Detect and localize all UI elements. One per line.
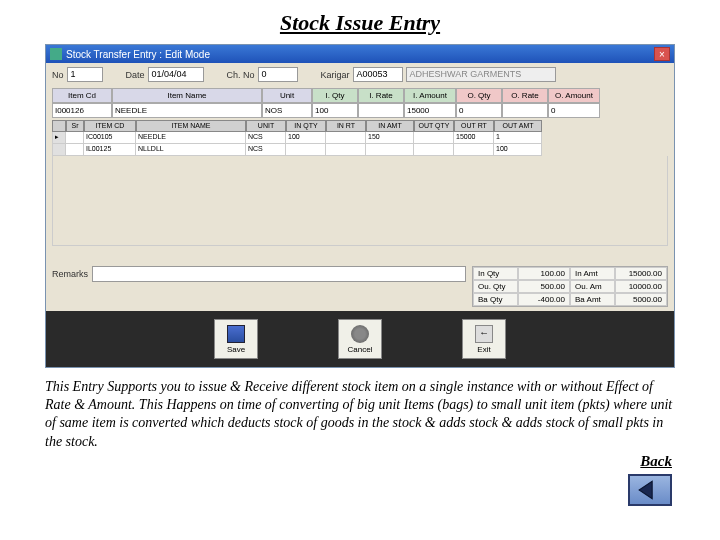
cancel-button[interactable]: Cancel [338, 319, 382, 359]
entry-iamt[interactable]: 15000 [404, 103, 456, 118]
button-bar: Save Cancel Exit [46, 311, 674, 367]
grid-row[interactable]: ▸ IC00105 NEEDLE NCS 100 150 15000 1 [52, 132, 668, 144]
gcol-code: ITEM CD [84, 120, 136, 132]
summary-area: Remarks In Qty 100.00 In Amt 15000.00 Ou… [52, 266, 668, 307]
cell-code[interactable]: IC00105 [84, 132, 136, 144]
cell-name[interactable]: NEEDLE [136, 132, 246, 144]
cell-ia[interactable]: 150 [366, 132, 414, 144]
gcol-sr: Sr [66, 120, 84, 132]
cell-or[interactable]: 15000 [454, 132, 494, 144]
ouqty-value: 500.00 [518, 280, 570, 293]
row-marker-icon: ▸ [52, 132, 66, 144]
cell-oq[interactable] [414, 144, 454, 156]
cell-code[interactable]: IL00125 [84, 144, 136, 156]
gcol-iq: IN QTY [286, 120, 326, 132]
cell-iq[interactable]: 100 [286, 132, 326, 144]
baqty-label: Ba Qty [473, 293, 518, 306]
app-icon [50, 48, 62, 60]
gcol-ia: IN AMT [366, 120, 414, 132]
cancel-icon [351, 325, 369, 343]
exit-button[interactable]: Exit [462, 319, 506, 359]
no-label: No [52, 70, 64, 80]
entry-orate[interactable] [502, 103, 548, 118]
ouqty-label: Ou. Qty [473, 280, 518, 293]
gcol-name: ITEM NAME [136, 120, 246, 132]
page-title: Stock Issue Entry [0, 10, 720, 36]
titlebar: Stock Transfer Entry : Edit Mode × [46, 45, 674, 63]
entry-iqty[interactable]: 100 [312, 103, 358, 118]
save-label: Save [227, 345, 245, 354]
cell-oa[interactable]: 100 [494, 144, 542, 156]
entry-oamt[interactable]: 0 [548, 103, 600, 118]
summary-table: In Qty 100.00 In Amt 15000.00 Ou. Qty 50… [472, 266, 668, 307]
row-marker-icon [52, 144, 66, 156]
col-orate: O. Rate [502, 88, 548, 103]
col-iamt: I. Amount [404, 88, 456, 103]
remarks-input[interactable] [92, 266, 466, 282]
gcol-unit: UNIT [246, 120, 286, 132]
inqty-value: 100.00 [518, 267, 570, 280]
window-title: Stock Transfer Entry : Edit Mode [66, 49, 210, 60]
cell-ir[interactable] [326, 132, 366, 144]
gcol-or: OUT RT [454, 120, 494, 132]
col-itemname: Item Name [112, 88, 262, 103]
cell-name[interactable]: NLLDLL [136, 144, 246, 156]
remarks-label: Remarks [52, 269, 88, 279]
grid-marker-col [52, 120, 66, 132]
inamt-value: 15000.00 [615, 267, 667, 280]
cell-ia[interactable] [366, 144, 414, 156]
col-oqty: O. Qty [456, 88, 502, 103]
baamt-label: Ba Amt [570, 293, 615, 306]
save-button[interactable]: Save [214, 319, 258, 359]
close-icon[interactable]: × [654, 47, 670, 61]
cell-oa[interactable]: 1 [494, 132, 542, 144]
gcol-oq: OUT QTY [414, 120, 454, 132]
cell-sr[interactable] [66, 144, 84, 156]
description-text: This Entry Supports you to issue & Recei… [45, 378, 675, 451]
back-arrow-icon [637, 479, 663, 501]
baamt-value: 5000.00 [615, 293, 667, 306]
cell-or[interactable] [454, 144, 494, 156]
grid-row[interactable]: IL00125 NLLDLL NCS 100 [52, 144, 668, 156]
gcol-oa: OUT AMT [494, 120, 542, 132]
karigar-input[interactable]: A00053 [353, 67, 403, 82]
entry-code[interactable]: I000126 [52, 103, 112, 118]
cell-sr[interactable] [66, 132, 84, 144]
cell-unit[interactable]: NCS [246, 144, 286, 156]
chno-input[interactable]: 0 [258, 67, 298, 82]
entry-header: Item Cd Item Name Unit I. Qty I. Rate I.… [52, 88, 668, 103]
back-link[interactable]: Back [0, 453, 672, 470]
col-unit: Unit [262, 88, 312, 103]
baqty-value: -400.00 [518, 293, 570, 306]
inamt-label: In Amt [570, 267, 615, 280]
gcol-ir: IN RT [326, 120, 366, 132]
entry-name[interactable]: NEEDLE [112, 103, 262, 118]
exit-label: Exit [477, 345, 490, 354]
cell-unit[interactable]: NCS [246, 132, 286, 144]
entry-oqty[interactable]: 0 [456, 103, 502, 118]
exit-icon [475, 325, 493, 343]
header-row: No 1 Date 01/04/04 Ch. No 0 Karigar A000… [46, 63, 674, 86]
date-label: Date [126, 70, 145, 80]
col-oamt: O. Amount [548, 88, 600, 103]
entry-row: I000126 NEEDLE NOS 100 15000 0 0 [52, 103, 668, 118]
karigar-label: Karigar [321, 70, 350, 80]
save-icon [227, 325, 245, 343]
no-input[interactable]: 1 [67, 67, 103, 82]
grid-header: Sr ITEM CD ITEM NAME UNIT IN QTY IN RT I… [52, 120, 668, 132]
chno-label: Ch. No [227, 70, 255, 80]
ouamt-label: Ou. Am [570, 280, 615, 293]
cell-iq[interactable] [286, 144, 326, 156]
app-window: Stock Transfer Entry : Edit Mode × No 1 … [45, 44, 675, 368]
date-input[interactable]: 01/04/04 [148, 67, 204, 82]
inqty-label: In Qty [473, 267, 518, 280]
back-button[interactable] [628, 474, 672, 506]
cell-oq[interactable] [414, 132, 454, 144]
cell-ir[interactable] [326, 144, 366, 156]
entry-unit[interactable]: NOS [262, 103, 312, 118]
cancel-label: Cancel [348, 345, 373, 354]
karigar-name: ADHESHWAR GARMENTS [406, 67, 556, 82]
col-irate: I. Rate [358, 88, 404, 103]
entry-irate[interactable] [358, 103, 404, 118]
col-iqty: I. Qty [312, 88, 358, 103]
